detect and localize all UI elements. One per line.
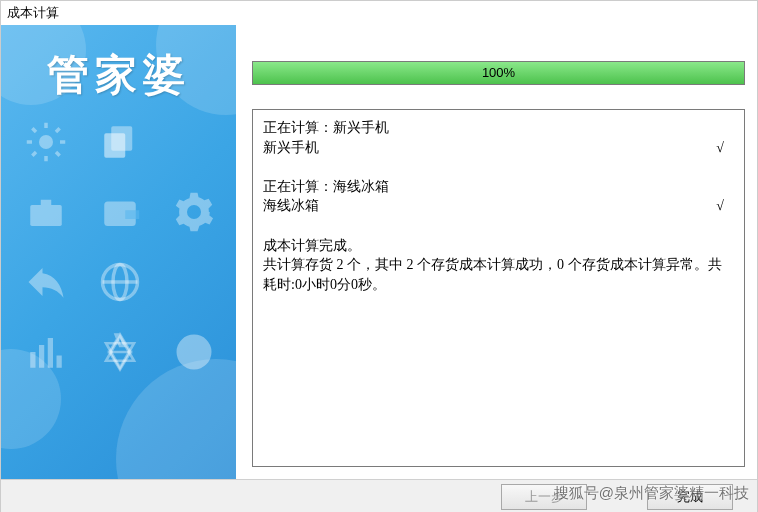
window-title: 成本计算 xyxy=(7,5,59,20)
globe-icon xyxy=(99,261,141,303)
log-line: 新兴手机√ xyxy=(263,138,734,158)
cards-icon xyxy=(99,121,141,163)
svg-rect-10 xyxy=(104,133,125,158)
wallet-icon xyxy=(99,191,141,233)
svg-rect-12 xyxy=(41,200,52,205)
progress-bar: 100% xyxy=(252,61,745,85)
log-line: 正在计算：海线冰箱 xyxy=(263,177,734,197)
sun-icon xyxy=(25,121,67,163)
log-line: 成本计算完成。 xyxy=(263,236,734,256)
star-icon xyxy=(99,331,141,373)
svg-point-0 xyxy=(39,135,53,149)
svg-rect-20 xyxy=(48,338,53,368)
check-mark: √ xyxy=(716,138,724,158)
svg-line-5 xyxy=(32,128,36,132)
svg-line-6 xyxy=(56,152,60,156)
svg-line-7 xyxy=(32,152,36,156)
svg-rect-11 xyxy=(30,205,62,226)
footer: 上一步 完成 xyxy=(1,479,757,512)
log-line xyxy=(263,157,734,177)
svg-rect-14 xyxy=(125,210,139,219)
svg-line-8 xyxy=(56,128,60,132)
prev-button[interactable]: 上一步 xyxy=(501,484,587,510)
undo-icon xyxy=(25,261,67,303)
chart-icon xyxy=(25,331,67,373)
log-output: 正在计算：新兴手机新兴手机√ 正在计算：海线冰箱海线冰箱√ 成本计算完成。共计算… xyxy=(252,109,745,467)
gear-icon xyxy=(173,191,215,233)
progress-label: 100% xyxy=(253,62,744,84)
sidebar-icon-grid xyxy=(1,121,236,373)
log-line: 海线冰箱√ xyxy=(263,196,734,216)
briefcase-icon xyxy=(25,191,67,233)
finish-button[interactable]: 完成 xyxy=(647,484,733,510)
app-logo-text: 管家婆 xyxy=(1,47,236,103)
check-mark: √ xyxy=(716,196,724,216)
log-line: 正在计算：新兴手机 xyxy=(263,118,734,138)
svg-rect-18 xyxy=(30,352,35,368)
svg-rect-21 xyxy=(57,356,62,368)
titlebar: 成本计算 xyxy=(1,1,757,25)
log-line xyxy=(263,216,734,236)
log-line: 共计算存货 2 个，其中 2 个存货成本计算成功，0 个存货成本计算异常。共耗时… xyxy=(263,255,734,294)
pie-icon xyxy=(173,331,215,373)
svg-rect-19 xyxy=(39,345,44,368)
sidebar: 管家婆 xyxy=(1,25,236,479)
